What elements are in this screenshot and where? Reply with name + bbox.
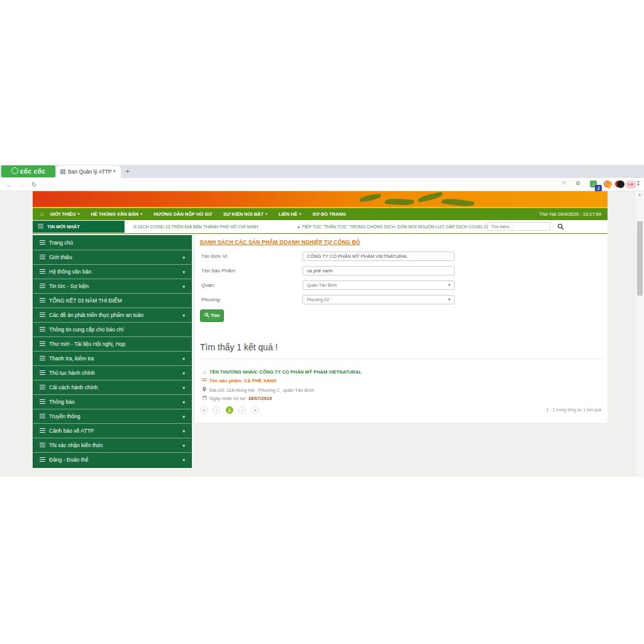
result-received-date: Ngày nhận hồ sơ: 16/07/2019: [201, 396, 272, 401]
nav-item-huong-dan-nop-ho-so[interactable]: HƯỚNG DẪN NỘP HỒ SƠ: [153, 208, 212, 220]
district-label: Quận:: [201, 282, 215, 288]
bullet-icon: ●: [297, 225, 300, 229]
result-count-text: 1 - 1 trong tổng số 1 kết quả: [546, 408, 601, 412]
chevron-down-icon: ▾: [182, 366, 185, 380]
sidebar-item-trang-chu[interactable]: Trang chủ: [33, 236, 191, 250]
sidebar-item-dang-doan-the[interactable]: Đảng - Đoàn thể▾: [33, 453, 191, 467]
news-ticker-bar: TIN MỚI NHẤT G DỊCH COVID-19 TRÊN ĐỊA BÀ…: [33, 220, 608, 234]
chevron-down-icon: ▾: [448, 296, 450, 304]
pagination-prev-button[interactable]: ‹: [213, 406, 220, 414]
coccoc-logo-label: cốc cốc: [20, 168, 46, 175]
menu-lines-icon: [40, 269, 45, 274]
chevron-down-icon: ▾: [299, 212, 301, 216]
menu-lines-icon: [40, 443, 45, 447]
main-content: DANH SÁCH CÁC SẢN PHẨM DOANH NGHIỆP TỰ C…: [195, 234, 608, 423]
nav-item-gioi-thieu[interactable]: GIỚI THIỆU▾: [50, 208, 79, 220]
downloads-icon[interactable]: ↧: [636, 180, 641, 187]
sidebar-item-bao-chi[interactable]: Thông tin cung cấp cho báo chí: [33, 323, 191, 337]
ticker-item[interactable]: G DỊCH COVID-19 TRÊN ĐỊA BÀN THÀNH PHỐ H…: [133, 220, 258, 233]
page-background: ⌂GIỚI THIỆU▾HỆ THỐNG VĂN BẢN▾HƯỚNG DẪN N…: [0, 191, 644, 477]
pagination-page-1-button[interactable]: 1: [226, 406, 233, 414]
menu-lines-icon: [40, 341, 45, 346]
nav-item-lien-he[interactable]: LIÊN HỆ▾: [279, 208, 301, 220]
menu-lines-icon: [40, 457, 45, 462]
bookmark-star-icon[interactable]: ☆: [562, 179, 567, 186]
sidebar-item-thi-xac-nhan[interactable]: Thi xác nhận kiến thức▾: [33, 438, 191, 453]
sidebar-item-cai-cach[interactable]: Cải cách hành chính▾: [33, 380, 191, 395]
result-date-value: 16/07/2019: [248, 396, 272, 401]
tab-title: Ban Quản lý ATTP: [68, 169, 112, 175]
sidebar-item-thong-bao[interactable]: Thông báo▾: [33, 395, 191, 409]
chevron-down-icon: ▾: [182, 279, 185, 294]
location-pin-icon: [201, 387, 208, 393]
product-name-input[interactable]: [303, 266, 455, 275]
page-title: DANH SÁCH CÁC SẢN PHẨM DOANH NGHIỆP TỰ C…: [200, 239, 360, 245]
menu-lines-icon: [40, 327, 45, 331]
result-trader-name: ⌂TÊN THƯƠNG NHÂN: CÔNG TY CỔ PHẦN MỸ PHẨ…: [201, 369, 362, 375]
chevron-down-icon: ▾: [182, 380, 185, 395]
screenshot-canvas: =–□× cốc cốc Ban Quản lý ATTP × + ← → ↻ …: [0, 0, 644, 644]
reload-icon[interactable]: ↻: [31, 179, 36, 191]
banner-leaf-decoration: [418, 192, 443, 203]
sidebar-item-tin-tuc-su-kien[interactable]: Tin tức - Sự kiện▾: [33, 279, 191, 294]
search-submit-button[interactable]: Tìm: [200, 309, 224, 322]
coccoc-logo[interactable]: cốc cốc: [1, 165, 55, 177]
divider: [200, 358, 602, 359]
shield-block-icon[interactable]: ⊘: [575, 180, 580, 186]
menu-lines-icon: [40, 240, 45, 245]
chevron-down-icon: ▾: [140, 212, 142, 216]
pagination-next-button[interactable]: ›: [238, 406, 246, 414]
sidebar-item-truyen-thong[interactable]: Truyền thông▾: [33, 409, 191, 424]
nav-item-so-do-trang[interactable]: SƠ ĐỒ TRANG: [313, 208, 346, 220]
sidebar-item-thu-moi[interactable]: Thư mời - Tài liệu Hội nghị, Họp: [33, 337, 191, 352]
menu-lines-icon: [40, 399, 45, 404]
chevron-down-icon: ▾: [182, 352, 185, 366]
product-name-label: Tên Sản Phẩm:: [201, 268, 236, 274]
site-search-input[interactable]: [487, 222, 550, 231]
menu-lines-icon: [40, 370, 45, 375]
nav-item-he-thong-van-ban[interactable]: HỆ THỐNG VĂN BẢN▾: [91, 208, 142, 220]
ward-label: Phường:: [201, 297, 221, 303]
forward-icon[interactable]: →: [19, 179, 25, 191]
profile-badge[interactable]: LA: [625, 180, 636, 189]
pagination-last-button[interactable]: »: [252, 406, 259, 414]
site-banner: [33, 191, 608, 208]
chevron-down-icon: ▾: [182, 438, 185, 453]
toolbar-divider: [614, 181, 614, 188]
sidebar-menu: Trang chủ Giới thiệu▾ Hệ thống văn bản▾ …: [33, 235, 192, 468]
ticker-item[interactable]: ●TIẾP TỤC "THẦN TỐC" TRONG CHỐNG DỊCH, D…: [297, 220, 489, 234]
menu-lines-icon: [40, 255, 45, 259]
sidebar-item-tong-ket[interactable]: TỔNG KẾT 03 NĂM THÍ ĐIỂM: [33, 294, 191, 308]
menu-lines-icon: [40, 298, 45, 303]
search-icon[interactable]: [557, 223, 564, 230]
sidebar-item-de-an[interactable]: Các đề án phát triển thực phẩm an toàn▾: [33, 308, 191, 323]
nav-item-su-kien-noi-bat[interactable]: SỰ KIỆN NỔI BẬT▾: [223, 208, 267, 220]
profile-avatar[interactable]: [617, 180, 625, 188]
banner-leaf-decoration: [385, 197, 414, 206]
unit-name-input[interactable]: [303, 252, 455, 261]
sidebar-item-thu-tuc[interactable]: Thủ tục hành chính▾: [33, 366, 191, 380]
tab-close-icon[interactable]: ×: [111, 167, 118, 175]
scrollbar-thumb[interactable]: [637, 221, 643, 296]
sidebar-item-gioi-thieu[interactable]: Giới thiệu▾: [33, 250, 191, 265]
chevron-down-icon: ▾: [182, 395, 185, 409]
district-select[interactable]: Quận Tân Bình▾: [303, 280, 455, 290]
pagination-first-button[interactable]: «: [200, 406, 208, 414]
back-icon[interactable]: ←: [6, 179, 13, 191]
ward-select[interactable]: Phường 02▾: [303, 295, 455, 304]
menu-lines-icon: [40, 284, 45, 288]
sidebar-item-thanh-tra[interactable]: Thanh tra, kiểm tra▾: [33, 352, 191, 366]
result-product-name[interactable]: Tên sản phẩm: CÀ PHÊ XANH: [201, 378, 277, 384]
new-tab-button[interactable]: +: [123, 167, 132, 175]
result-address: Địa chỉ: 11A Hồng Hà , Phường 2 , quận T…: [201, 387, 314, 393]
sidebar-item-he-thong-van-ban[interactable]: Hệ thống văn bản▾: [33, 265, 191, 279]
chevron-down-icon: ▾: [265, 212, 267, 216]
pagination: « ‹ 1 › »: [200, 406, 262, 414]
home-icon[interactable]: ⌂: [40, 208, 43, 220]
scroll-up-icon[interactable]: ▲: [638, 192, 641, 196]
sidebar-item-canh-bao[interactable]: Cảnh báo về ATTP▾: [33, 424, 191, 438]
calendar-icon: [201, 396, 208, 401]
result-summary: Tìm thấy 1 kết quả !: [200, 342, 278, 352]
menu-lines-icon: [40, 428, 45, 433]
latest-news-label: TIN MỚI NHẤT: [33, 221, 125, 233]
